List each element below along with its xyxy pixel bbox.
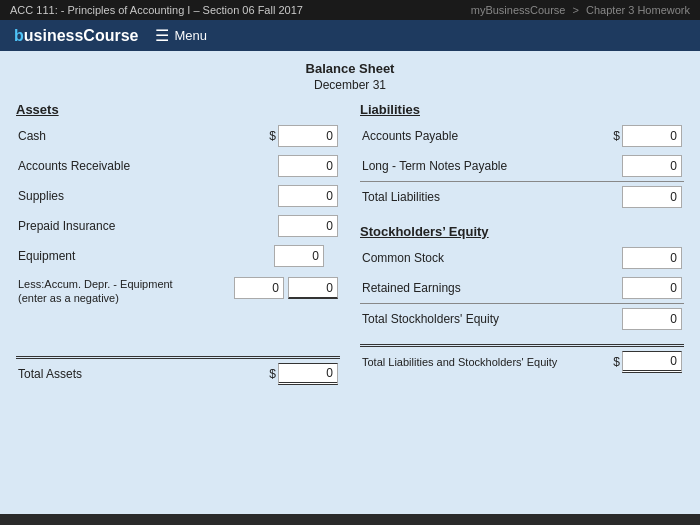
- equipment-input1[interactable]: 0: [274, 245, 324, 267]
- sheet-subtitle: December 31: [16, 78, 684, 92]
- liabilities-header: Liabilities: [360, 100, 684, 121]
- course-title: ACC 111: - Principles of Accounting I – …: [10, 4, 303, 16]
- total-liabilities-row: Total Liabilities 0: [360, 181, 684, 212]
- total-equity-label: Total Stockholders' Equity: [362, 312, 622, 326]
- sheet-title: Balance Sheet: [16, 61, 684, 76]
- supplies-label: Supplies: [18, 189, 278, 203]
- cash-row: Cash $ 0: [16, 121, 340, 151]
- accounts-receivable-input[interactable]: 0: [278, 155, 338, 177]
- total-liabilities-equity-label: Total Liabilities and Stockholders' Equi…: [362, 356, 613, 368]
- header-bar: businessCourse ☰ Menu: [0, 20, 700, 51]
- common-stock-input[interactable]: 0: [622, 247, 682, 269]
- accum-depr-label: Less:Accum. Depr. - Equipment(enter as a…: [18, 277, 234, 306]
- retained-earnings-label: Retained Earnings: [362, 281, 622, 295]
- supplies-row: Supplies 0: [16, 181, 340, 211]
- total-liabilities-equity-input[interactable]: 0: [622, 351, 682, 373]
- top-bar: ACC 111: - Principles of Accounting I – …: [0, 0, 700, 20]
- cash-dollar: $: [269, 129, 276, 143]
- assets-column: Assets Cash $ 0 Accounts Receivable 0 Su…: [16, 100, 340, 389]
- total-assets-dollar: $: [269, 367, 276, 381]
- long-term-notes-row: Long - Term Notes Payable 0: [360, 151, 684, 181]
- accum-depr-input1[interactable]: 0: [234, 277, 284, 299]
- total-assets-row: Total Assets $ 0: [16, 356, 340, 389]
- long-term-notes-input[interactable]: 0: [622, 155, 682, 177]
- accounts-payable-row: Accounts Payable $ 0: [360, 121, 684, 151]
- accounts-receivable-label: Accounts Receivable: [18, 159, 278, 173]
- equipment-row: Equipment 0: [16, 241, 340, 271]
- accounts-payable-input[interactable]: 0: [622, 125, 682, 147]
- logo: businessCourse: [14, 27, 139, 45]
- content-area: Balance Sheet December 31 Assets Cash $ …: [0, 51, 700, 514]
- total-assets-input[interactable]: 0: [278, 363, 338, 385]
- retained-earnings-input[interactable]: 0: [622, 277, 682, 299]
- retained-earnings-row: Retained Earnings 0: [360, 273, 684, 303]
- total-liabilities-input[interactable]: 0: [622, 186, 682, 208]
- total-equity-input[interactable]: 0: [622, 308, 682, 330]
- breadcrumb: myBusinessCourse > Chapter 3 Homework: [471, 4, 690, 16]
- total-equity-row: Total Stockholders' Equity 0: [360, 303, 684, 334]
- prepaid-insurance-label: Prepaid Insurance: [18, 219, 278, 233]
- accounts-payable-dollar: $: [613, 129, 620, 143]
- total-liabilities-label: Total Liabilities: [362, 190, 622, 204]
- cash-label: Cash: [18, 129, 269, 143]
- common-stock-row: Common Stock 0: [360, 243, 684, 273]
- accum-depr-row: Less:Accum. Depr. - Equipment(enter as a…: [16, 271, 340, 310]
- common-stock-label: Common Stock: [362, 251, 622, 265]
- total-right-dollar: $: [613, 355, 620, 369]
- supplies-input[interactable]: 0: [278, 185, 338, 207]
- total-liabilities-equity-row: Total Liabilities and Stockholders' Equi…: [360, 344, 684, 377]
- accum-depr-input2[interactable]: 0: [288, 277, 338, 299]
- balance-sheet: Assets Cash $ 0 Accounts Receivable 0 Su…: [16, 100, 684, 389]
- prepaid-insurance-row: Prepaid Insurance 0: [16, 211, 340, 241]
- accounts-receivable-row: Accounts Receivable 0: [16, 151, 340, 181]
- prepaid-insurance-input[interactable]: 0: [278, 215, 338, 237]
- menu-button[interactable]: ☰ Menu: [155, 26, 208, 45]
- cash-input[interactable]: 0: [278, 125, 338, 147]
- accounts-payable-label: Accounts Payable: [362, 129, 613, 143]
- equipment-label: Equipment: [18, 249, 274, 263]
- total-assets-label: Total Assets: [18, 367, 269, 381]
- liabilities-equity-column: Liabilities Accounts Payable $ 0 Long - …: [360, 100, 684, 389]
- assets-header: Assets: [16, 100, 340, 121]
- equity-header: Stockholders’ Equity: [360, 222, 684, 243]
- long-term-notes-label: Long - Term Notes Payable: [362, 159, 622, 173]
